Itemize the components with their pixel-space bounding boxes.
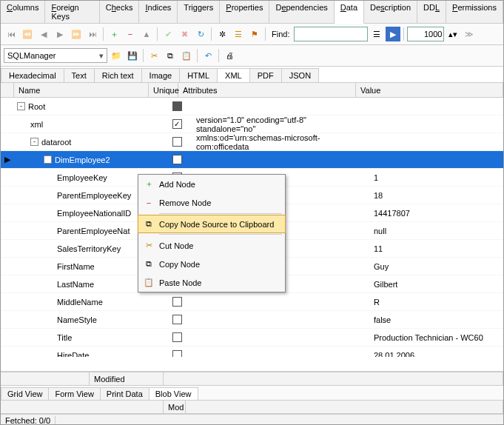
node-name: EmployeeNationalID — [57, 209, 131, 218]
col-value[interactable]: Value — [356, 83, 503, 97]
tab-foreign-keys[interactable]: Foreign Keys — [45, 1, 99, 23]
table-row[interactable]: ▶-DimEmployee2 — [1, 151, 503, 169]
find-options-button[interactable]: ☰ — [369, 27, 384, 41]
tab-triggers[interactable]: Triggers — [178, 1, 220, 23]
unique-checkbox[interactable] — [172, 119, 182, 129]
cell-value — [369, 158, 503, 161]
print-button[interactable]: 🖨 — [222, 48, 237, 63]
open-file-button[interactable]: 📁 — [109, 48, 124, 63]
table-row[interactable]: NameStylefalse — [1, 311, 503, 329]
node-name: Title — [57, 333, 72, 342]
table-row[interactable]: -Root — [1, 98, 503, 116]
save-file-button[interactable]: 💾 — [125, 48, 140, 63]
paste-button[interactable]: 📋 — [179, 48, 194, 63]
tab-ddl[interactable]: DDL — [417, 1, 446, 23]
cell-value: 11 — [369, 243, 503, 255]
nav-prev-button[interactable]: ◀ — [36, 27, 51, 41]
tab-form-view[interactable]: Form View — [48, 387, 100, 400]
limit-input[interactable] — [407, 27, 444, 41]
tab-grid-view[interactable]: Grid View — [1, 387, 49, 400]
goto-button[interactable]: ⚑ — [247, 27, 262, 41]
menu-copy-source[interactable]: ⧉Copy Node Source to Clipboard — [138, 215, 286, 233]
blob-format-tabs: Hexadecimal Text Rich text Image HTML XM… — [1, 67, 503, 83]
find-input[interactable] — [294, 27, 368, 41]
nav-prev-page-button[interactable]: ⏪ — [20, 27, 35, 41]
unique-checkbox[interactable] — [172, 101, 182, 111]
find-go-button[interactable]: ▶ — [386, 27, 400, 41]
tab-permissions[interactable]: Permissions — [446, 1, 503, 23]
tab-checks[interactable]: Checks — [100, 1, 140, 23]
tree-toggle[interactable]: - — [30, 138, 38, 146]
cell-value: null — [369, 225, 503, 237]
unique-checkbox[interactable] — [172, 137, 182, 147]
unique-checkbox[interactable] — [172, 297, 182, 307]
subtab-pdf[interactable]: PDF — [249, 68, 282, 82]
add-record-button[interactable]: ＋ — [107, 27, 121, 41]
undo-button[interactable]: ↶ — [201, 48, 215, 63]
subtab-image[interactable]: Image — [141, 68, 181, 82]
tab-print-data[interactable]: Print Data — [100, 387, 149, 400]
tab-data[interactable]: Data — [335, 1, 364, 24]
table-row[interactable]: xmlversion="1.0" encoding="utf-8" standa… — [1, 116, 503, 133]
tab-indices[interactable]: Indices — [139, 1, 178, 23]
menu-copy-node[interactable]: ⧉Copy Node — [138, 255, 285, 273]
nav-next-button[interactable]: ▶ — [53, 27, 67, 41]
tree-toggle[interactable]: - — [17, 102, 25, 110]
nav-first-button[interactable]: ⏮ — [4, 27, 19, 41]
encoding-combo[interactable]: SQLManager ▾ — [4, 48, 107, 63]
subtab-rich[interactable]: Rich text — [94, 68, 142, 82]
grid-body[interactable]: -Rootxmlversion="1.0" encoding="utf-8" s… — [1, 98, 503, 357]
subtab-xml[interactable]: XML — [217, 68, 250, 82]
menu-remove-node[interactable]: −Remove Node — [138, 193, 285, 212]
fetch-more-button[interactable]: ≫ — [462, 27, 477, 41]
subtab-html[interactable]: HTML — [179, 68, 218, 82]
limit-spinner[interactable]: ▴▾ — [446, 27, 460, 41]
unique-checkbox[interactable] — [172, 350, 182, 357]
nav-last-button[interactable]: ⏭ — [85, 27, 100, 41]
col-name[interactable]: Name — [14, 83, 149, 97]
cell-name: -DimEmployee2 — [14, 154, 162, 166]
col-unique[interactable]: Unique — [149, 83, 178, 97]
unique-checkbox[interactable] — [172, 155, 182, 164]
table-row[interactable]: MiddleNameR — [1, 293, 503, 311]
unique-checkbox[interactable] — [172, 315, 182, 324]
commit-button[interactable]: ✔ — [161, 27, 175, 41]
edit-record-button[interactable]: ▲ — [139, 27, 154, 41]
table-row[interactable]: HireDate28.01.2006 — [1, 347, 503, 357]
subtab-json[interactable]: JSON — [281, 68, 319, 82]
tab-columns[interactable]: Columns — [1, 1, 45, 23]
tree-toggle[interactable]: - — [44, 155, 52, 164]
tab-dependencies[interactable]: Dependencies — [269, 1, 334, 23]
nav-next-page-button[interactable]: ⏩ — [69, 27, 84, 41]
cell-value: 28.01.2006 — [369, 349, 503, 358]
table-row[interactable]: TitleProduction Technician - WC60 — [1, 329, 503, 347]
cell-name: Title — [14, 332, 162, 344]
menu-add-node[interactable]: ＋Add Node — [138, 175, 285, 193]
tab-blob-view[interactable]: Blob View — [149, 387, 198, 400]
col-attributes[interactable]: Attributes — [178, 83, 356, 97]
node-name: Root — [28, 102, 45, 111]
filter-button[interactable]: ☰ — [231, 27, 246, 41]
subtab-text[interactable]: Text — [64, 68, 95, 82]
subtab-hex[interactable]: Hexadecimal — [1, 68, 64, 82]
cut-button[interactable]: ✂ — [147, 48, 161, 63]
cell-attributes — [192, 158, 369, 161]
tab-description[interactable]: Description — [364, 1, 417, 23]
cancel-button[interactable]: ✖ — [177, 27, 192, 41]
cell-name: HireDate — [14, 349, 162, 358]
col-marker[interactable] — [1, 83, 14, 97]
status2-mod: Mod — [164, 401, 186, 413]
unique-checkbox[interactable] — [172, 332, 182, 342]
bookmark-button[interactable]: ✲ — [215, 27, 229, 41]
delete-record-button[interactable]: − — [123, 27, 138, 41]
copy-button[interactable]: ⧉ — [163, 48, 178, 63]
status-line: Modified — [1, 372, 503, 386]
menu-paste-node[interactable]: 📋Paste Node — [138, 273, 285, 292]
paste-icon: 📋 — [141, 278, 156, 287]
tab-properties[interactable]: Properties — [220, 1, 269, 23]
table-row[interactable]: -datarootxmlns:od='urn:schemas-microsoft… — [1, 133, 503, 151]
refresh-button[interactable]: ↻ — [193, 27, 208, 41]
cell-attributes — [192, 105, 369, 108]
cell-unique — [162, 295, 192, 308]
menu-cut-node[interactable]: ✂Cut Node — [138, 236, 285, 255]
